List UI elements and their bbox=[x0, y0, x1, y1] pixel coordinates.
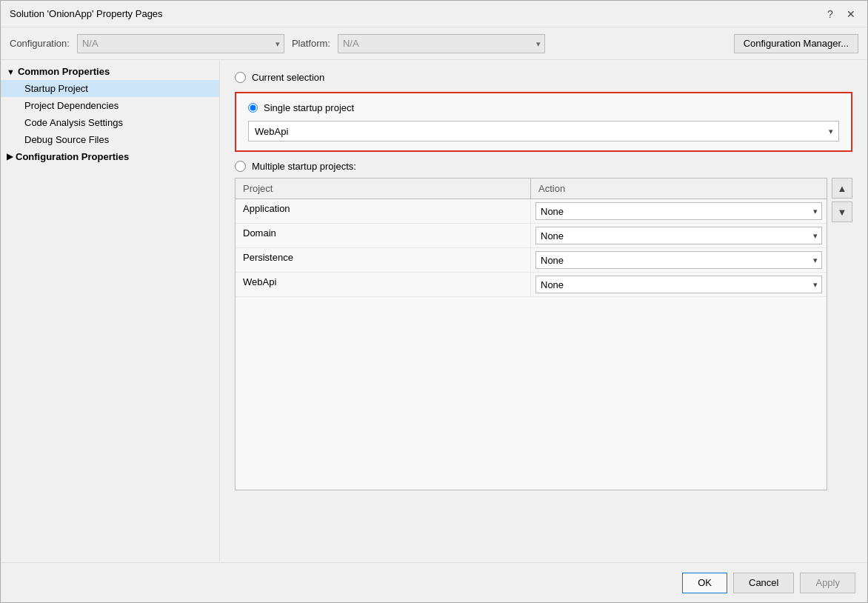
main-content: ▼ Common Properties Startup Project Proj… bbox=[1, 60, 867, 562]
sidebar-item-startup-project-label: Startup Project bbox=[24, 83, 88, 94]
project-domain: Domain bbox=[236, 224, 531, 247]
title-bar: Solution 'OnionApp' Property Pages ? ✕ bbox=[1, 1, 867, 27]
close-button[interactable]: ✕ bbox=[844, 7, 858, 21]
single-startup-box: Single startup project WebApi Applicatio… bbox=[235, 92, 852, 152]
config-properties-label: Configuration Properties bbox=[16, 151, 129, 162]
sidebar-item-code-analysis-settings-label: Code Analysis Settings bbox=[24, 117, 123, 128]
startup-project-select[interactable]: WebApi Application Domain Persistence bbox=[248, 121, 839, 141]
projects-table: Project Action Application None Start bbox=[235, 178, 827, 490]
config-properties-arrow: ▶ bbox=[7, 152, 13, 161]
action-webapi: None Start Start without debugging bbox=[531, 273, 827, 296]
ok-button[interactable]: OK bbox=[682, 573, 727, 593]
project-application: Application bbox=[236, 199, 531, 223]
table-empty-area bbox=[236, 297, 827, 490]
bottom-bar: OK Cancel Apply bbox=[1, 562, 867, 602]
sidebar-item-project-dependencies-label: Project Dependencies bbox=[24, 100, 118, 111]
config-manager-button[interactable]: Configuration Manager... bbox=[734, 34, 858, 53]
config-properties-header[interactable]: ▶ Configuration Properties bbox=[1, 148, 219, 165]
single-startup-radio[interactable] bbox=[248, 103, 258, 113]
table-header: Project Action bbox=[236, 179, 827, 199]
sidebar-item-project-dependencies[interactable]: Project Dependencies bbox=[1, 97, 219, 114]
multiple-startup-radio[interactable] bbox=[235, 161, 246, 172]
current-selection-label: Current selection bbox=[252, 72, 324, 83]
action-select-wrapper-application: None Start Start without debugging bbox=[535, 202, 822, 220]
dialog-title: Solution 'OnionApp' Property Pages bbox=[10, 8, 163, 19]
sidebar: ▼ Common Properties Startup Project Proj… bbox=[1, 60, 220, 562]
apply-button[interactable]: Apply bbox=[800, 573, 855, 593]
sidebar-item-debug-source-files[interactable]: Debug Source Files bbox=[1, 131, 219, 148]
config-bar: Configuration: N/A Platform: N/A Configu… bbox=[1, 27, 867, 60]
move-up-button[interactable]: ▲ bbox=[832, 178, 852, 199]
sidebar-item-debug-source-files-label: Debug Source Files bbox=[24, 134, 109, 145]
platform-select-wrapper: N/A bbox=[338, 34, 545, 53]
title-bar-controls: ? ✕ bbox=[823, 7, 858, 21]
action-domain: None Start Start without debugging bbox=[531, 224, 827, 247]
table-row: Persistence None Start Start without deb… bbox=[236, 248, 827, 273]
sidebar-item-startup-project[interactable]: Startup Project bbox=[1, 80, 219, 97]
platform-label: Platform: bbox=[292, 38, 330, 49]
action-select-application[interactable]: None Start Start without debugging bbox=[535, 202, 822, 220]
project-webapi: WebApi bbox=[236, 273, 531, 296]
title-bar-left: Solution 'OnionApp' Property Pages bbox=[10, 8, 163, 19]
config-label: Configuration: bbox=[10, 38, 70, 49]
help-button[interactable]: ? bbox=[823, 7, 838, 21]
action-select-webapi[interactable]: None Start Start without debugging bbox=[535, 276, 822, 293]
table-container: Project Action Application None Start bbox=[235, 178, 852, 490]
multiple-startup-section: Multiple startup projects: Project Actio… bbox=[235, 161, 852, 490]
current-selection-row: Current selection bbox=[235, 72, 852, 83]
action-select-wrapper-webapi: None Start Start without debugging bbox=[535, 276, 822, 293]
common-properties-arrow: ▼ bbox=[7, 67, 15, 76]
content-area: Current selection Single startup project… bbox=[220, 60, 867, 562]
multiple-startup-label: Multiple startup projects: bbox=[252, 161, 356, 172]
sidebar-item-code-analysis-settings[interactable]: Code Analysis Settings bbox=[1, 114, 219, 131]
table-row: Domain None Start Start without debuggin… bbox=[236, 224, 827, 248]
common-properties-label: Common Properties bbox=[18, 66, 110, 77]
multiple-startup-row: Multiple startup projects: bbox=[235, 161, 852, 172]
dialog: Solution 'OnionApp' Property Pages ? ✕ C… bbox=[0, 0, 868, 603]
cancel-button[interactable]: Cancel bbox=[733, 573, 794, 593]
project-persistence: Persistence bbox=[236, 248, 531, 272]
config-select-wrapper: N/A bbox=[77, 34, 284, 53]
table-up-down: ▲ ▼ bbox=[832, 178, 852, 490]
header-project: Project bbox=[236, 179, 531, 199]
action-application: None Start Start without debugging bbox=[531, 199, 827, 223]
table-row: Application None Start Start without deb… bbox=[236, 199, 827, 224]
startup-project-select-wrapper: WebApi Application Domain Persistence bbox=[248, 121, 839, 141]
table-row: WebApi None Start Start without debuggin… bbox=[236, 273, 827, 297]
current-selection-radio[interactable] bbox=[235, 72, 246, 83]
action-select-persistence[interactable]: None Start Start without debugging bbox=[535, 251, 822, 269]
config-select[interactable]: N/A bbox=[77, 34, 284, 53]
move-down-button[interactable]: ▼ bbox=[832, 201, 852, 222]
common-properties-header[interactable]: ▼ Common Properties bbox=[1, 63, 219, 80]
platform-select[interactable]: N/A bbox=[338, 34, 545, 53]
single-startup-row: Single startup project bbox=[248, 102, 839, 113]
action-select-wrapper-domain: None Start Start without debugging bbox=[535, 227, 822, 244]
single-startup-label: Single startup project bbox=[264, 102, 354, 113]
header-action: Action bbox=[531, 179, 827, 199]
action-select-wrapper-persistence: None Start Start without debugging bbox=[535, 251, 822, 269]
action-select-domain[interactable]: None Start Start without debugging bbox=[535, 227, 822, 244]
action-persistence: None Start Start without debugging bbox=[531, 248, 827, 272]
